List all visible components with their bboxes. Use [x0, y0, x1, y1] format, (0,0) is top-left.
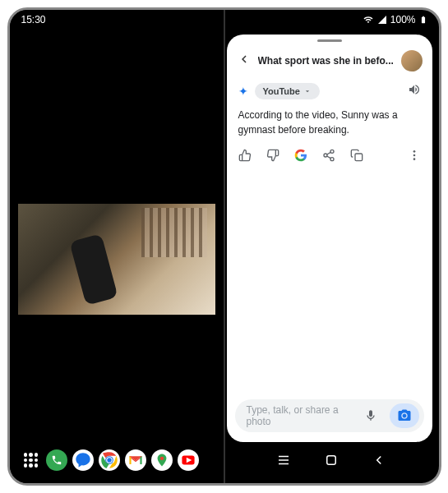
svg-point-8	[413, 158, 415, 160]
app-dock	[10, 449, 224, 471]
device-hinge	[224, 10, 225, 483]
svg-rect-22	[327, 456, 336, 465]
nav-bar	[10, 445, 439, 475]
svg-point-13	[107, 458, 111, 462]
system-nav	[224, 453, 439, 468]
status-time: 15:30	[21, 14, 46, 25]
home-button[interactable]	[324, 453, 339, 468]
youtube-app-icon[interactable]	[178, 449, 199, 471]
chrome-app-icon[interactable]	[99, 449, 120, 471]
panel-body: ✦ YouTube According to the video, Sunny …	[227, 80, 432, 393]
signal-icon	[377, 15, 387, 25]
svg-rect-5	[355, 154, 363, 161]
phone-app-icon[interactable]	[46, 449, 67, 471]
thumbs-down-icon[interactable]	[266, 149, 279, 162]
avatar[interactable]	[401, 50, 423, 71]
video-scene-person	[69, 233, 118, 306]
svg-line-3	[326, 156, 330, 159]
svg-point-2	[330, 158, 334, 161]
video-scene-window	[141, 208, 207, 257]
response-text: According to the video, Sunny was a gymn…	[238, 108, 421, 137]
chevron-down-icon	[303, 87, 312, 95]
status-bar: 15:30 100%	[10, 10, 439, 30]
foldable-device-frame: 15:30 100% What sport was she in befo.	[7, 7, 441, 486]
action-row	[238, 149, 421, 162]
svg-line-4	[326, 152, 330, 154]
youtube-chip[interactable]: YouTube	[255, 83, 320, 99]
thumbs-up-icon[interactable]	[238, 149, 252, 162]
status-right: 100%	[363, 14, 427, 25]
input-placeholder: Type, talk, or share a photo	[247, 404, 352, 427]
svg-point-0	[330, 150, 334, 153]
camera-button[interactable]	[390, 403, 419, 428]
panel-header: What sport was she in befo...	[227, 45, 432, 80]
svg-point-16	[159, 457, 163, 460]
battery-icon	[419, 14, 427, 25]
google-search-icon[interactable]	[294, 149, 307, 162]
input-bar[interactable]: Type, talk, or share a photo	[235, 399, 424, 432]
gmail-app-icon[interactable]	[125, 449, 146, 471]
app-drawer-icon[interactable]	[21, 450, 41, 470]
battery-percent: 100%	[390, 14, 416, 25]
messages-app-icon[interactable]	[72, 449, 94, 471]
chip-label: YouTube	[263, 86, 300, 96]
source-chip-row: ✦ YouTube	[238, 83, 421, 99]
copy-icon[interactable]	[350, 149, 363, 162]
svg-point-1	[324, 154, 327, 157]
assistant-panel: What sport was she in befo... ✦ YouTube …	[227, 35, 432, 442]
panel-drag-handle[interactable]	[317, 39, 342, 42]
sparkle-icon: ✦	[238, 85, 248, 98]
back-nav-button[interactable]	[372, 453, 386, 468]
query-title: What sport was she in befo...	[258, 55, 395, 67]
more-icon[interactable]	[408, 149, 421, 162]
maps-app-icon[interactable]	[151, 449, 173, 471]
back-button[interactable]	[237, 52, 252, 70]
speaker-icon[interactable]	[408, 83, 421, 99]
recents-button[interactable]	[276, 453, 291, 468]
svg-point-7	[413, 154, 415, 157]
svg-point-6	[413, 150, 415, 153]
video-pane	[10, 10, 224, 483]
wifi-icon	[363, 15, 374, 25]
share-icon[interactable]	[322, 149, 335, 162]
video-player[interactable]	[18, 204, 215, 315]
mic-button[interactable]	[358, 403, 383, 428]
